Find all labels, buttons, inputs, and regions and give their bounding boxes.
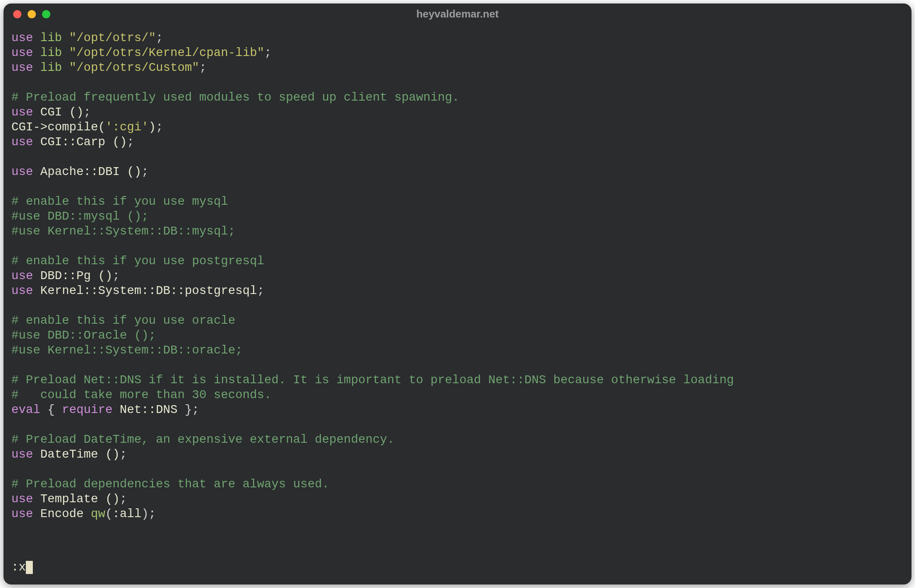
code-token: CGI::Carp ()	[40, 135, 127, 149]
code-line: use DateTime ();	[11, 447, 904, 462]
code-line	[11, 75, 904, 90]
code-token	[62, 46, 70, 60]
code-line	[11, 462, 904, 477]
code-token	[33, 448, 41, 461]
code-token: CGI->compile(	[11, 120, 106, 134]
code-token: use	[11, 448, 33, 461]
code-token: use	[11, 492, 33, 506]
code-token: #use DBD::Oracle ();	[11, 329, 156, 342]
code-line: use lib "/opt/otrs/Kernel/cpan-lib";	[11, 46, 904, 60]
code-token: };	[178, 403, 200, 416]
code-token: ;	[141, 165, 149, 178]
code-token: ;	[113, 269, 120, 283]
code-token: Kernel::System::DB::postgresql	[40, 284, 257, 298]
code-token: ;	[84, 105, 91, 119]
code-token: # Preload frequently used modules to spe…	[11, 91, 459, 104]
code-token: require	[62, 403, 113, 416]
minimize-icon[interactable]	[28, 10, 36, 18]
code-line	[11, 179, 904, 194]
code-token	[33, 269, 41, 283]
zoom-icon[interactable]	[42, 10, 50, 18]
code-line	[11, 298, 904, 313]
code-token: ;	[120, 448, 127, 461]
code-token: use	[11, 61, 33, 74]
code-token: ':cgi'	[106, 120, 149, 134]
code-token: :all	[113, 507, 141, 521]
code-token: # enable this if you use mysql	[11, 195, 228, 208]
code-token: ;	[199, 61, 207, 74]
terminal-viewport[interactable]: use lib "/opt/otrs/";use lib "/opt/otrs/…	[11, 31, 904, 577]
code-token	[62, 31, 70, 45]
code-token: ;	[264, 46, 272, 60]
code-line: # enable this if you use oracle	[11, 313, 904, 328]
code-token: lib	[40, 31, 62, 45]
code-token	[33, 507, 41, 521]
window-title: heyvaldemar.net	[4, 8, 911, 20]
code-token: "/opt/otrs/Kernel/cpan-lib"	[69, 46, 264, 60]
code-line: use DBD::Pg ();	[11, 269, 904, 284]
code-line: #use DBD::Oracle ();	[11, 328, 904, 343]
code-token: "/opt/otrs/"	[69, 31, 156, 45]
code-token	[33, 61, 41, 74]
code-line: use lib "/opt/otrs/Custom";	[11, 60, 904, 75]
code-token: Template ()	[40, 492, 120, 506]
code-token: use	[11, 135, 33, 149]
code-line: eval { require Net::DNS };	[11, 402, 904, 417]
code-token: use	[11, 105, 33, 119]
code-line: use CGI::Carp ();	[11, 135, 904, 150]
code-token: use	[11, 507, 33, 521]
titlebar: heyvaldemar.net	[4, 4, 911, 24]
code-token: "/opt/otrs/Custom"	[69, 61, 199, 74]
code-line: # Preload frequently used modules to spe…	[11, 90, 904, 105]
code-line: # Preload DateTime, an expensive externa…	[11, 432, 904, 447]
code-token: use	[11, 31, 33, 45]
code-token: ;	[156, 31, 163, 45]
code-token: DBD::Pg ()	[40, 269, 113, 283]
code-line: # enable this if you use mysql	[11, 194, 904, 209]
code-token: ;	[120, 492, 127, 506]
code-token	[33, 284, 41, 298]
window-controls	[13, 10, 50, 18]
code-token: lib	[40, 46, 62, 60]
code-token: Encode	[40, 507, 91, 521]
code-token: #use Kernel::System::DB::mysql;	[11, 224, 236, 238]
code-token: CGI ()	[40, 105, 84, 119]
code-token: #use DBD::mysql ();	[11, 210, 149, 223]
code-token	[62, 61, 70, 74]
code-token: # Preload dependencies that are always u…	[11, 477, 329, 491]
code-token: Net::DNS	[120, 403, 178, 416]
code-token	[33, 492, 41, 506]
code-line	[11, 417, 904, 432]
code-line	[11, 150, 904, 164]
code-token: use	[11, 165, 33, 178]
code-line: use lib "/opt/otrs/";	[11, 31, 904, 46]
code-line: #use DBD::mysql ();	[11, 209, 904, 224]
code-token: use	[11, 269, 33, 283]
code-line: use Apache::DBI ();	[11, 164, 904, 179]
code-token: # enable this if you use oracle	[11, 314, 236, 327]
code-line: #use Kernel::System::DB::oracle;	[11, 343, 904, 358]
code-token: #use Kernel::System::DB::oracle;	[11, 343, 243, 357]
code-line: # Preload Net::DNS if it is installed. I…	[11, 373, 904, 388]
code-token: (	[106, 507, 113, 521]
close-icon[interactable]	[13, 10, 21, 18]
code-line: use CGI ();	[11, 105, 904, 120]
code-line: use Template ();	[11, 492, 904, 507]
code-line: use Kernel::System::DB::postgresql;	[11, 284, 904, 298]
code-line: # could take more than 30 seconds.	[11, 388, 904, 402]
code-line: # enable this if you use postgresql	[11, 254, 904, 269]
code-token: Apache::DBI ()	[40, 165, 141, 178]
code-token	[33, 46, 41, 60]
code-token: use	[11, 46, 33, 60]
code-token: {	[40, 403, 62, 416]
code-token: DateTime ()	[40, 448, 120, 461]
code-token: use	[11, 284, 33, 298]
code-token	[33, 165, 41, 178]
code-token: eval	[11, 403, 40, 416]
code-token: lib	[40, 61, 62, 74]
vim-command-line[interactable]: :x	[11, 560, 33, 575]
code-token: # Preload DateTime, an expensive externa…	[11, 433, 394, 446]
terminal-window: heyvaldemar.net use lib "/opt/otrs/";use…	[4, 4, 911, 584]
code-line: # Preload dependencies that are always u…	[11, 477, 904, 492]
cursor-icon	[26, 561, 33, 574]
